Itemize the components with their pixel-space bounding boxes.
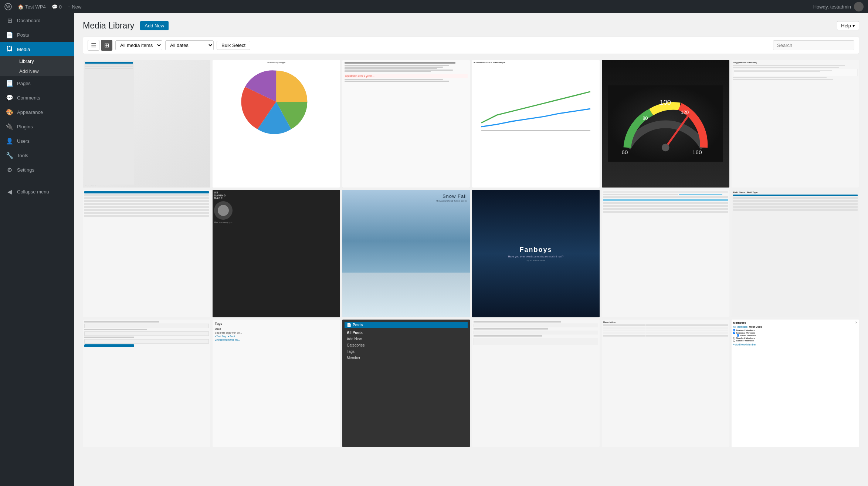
media-icon: 🖼	[6, 46, 13, 53]
sidebar: ⊞ Dashboard 📄 Posts 🖼 Media Library Add …	[0, 13, 74, 486]
svg-text:W: W	[6, 4, 10, 9]
svg-point-6	[662, 144, 669, 152]
media-item-posts-dropdown[interactable]: 📄 Posts All Posts Add New Categories Tag…	[342, 320, 470, 447]
svg-text:60: 60	[621, 149, 628, 155]
comments-link[interactable]: 💬 0	[52, 4, 62, 10]
sidebar-item-library[interactable]: Library	[13, 56, 74, 66]
media-item-snowfall[interactable]: Snow Fall The Avalanche at Tunnel Creek	[342, 190, 470, 317]
view-toggle: ☰ ⊞	[88, 40, 112, 51]
dropdown-tags[interactable]: Tags	[345, 348, 468, 355]
help-button[interactable]: Help ▾	[837, 21, 859, 30]
winter-members-checkbox[interactable]	[737, 334, 739, 337]
user-info: Howdy, testadmin	[813, 2, 864, 11]
snowfall-title: Snow Fall	[436, 193, 467, 199]
media-item-members[interactable]: Members ✕ All Members Most Used Featured…	[732, 320, 859, 447]
users-icon: 👤	[6, 138, 13, 145]
media-item-text-doc[interactable]: updated in over 2 years...	[342, 60, 470, 188]
media-item-graph[interactable]: al Transfer Size & Total Reque	[472, 60, 600, 188]
page-header: Media Library Add New Help ▾	[83, 21, 859, 31]
all-members-tab[interactable]: All Members	[733, 325, 747, 328]
settings-icon: ⚙	[6, 166, 13, 173]
sidebar-item-settings[interactable]: ⚙ Settings	[0, 163, 74, 177]
standard-members-checkbox[interactable]	[733, 337, 735, 339]
sidebar-item-add-new[interactable]: Add New	[13, 66, 74, 76]
pages-icon: 📃	[6, 80, 13, 87]
site-name[interactable]: 🏠 Test WP4	[18, 4, 46, 10]
media-item-speedometer[interactable]: 60 160 100 80 120	[602, 60, 729, 188]
dashboard-icon: ⊞	[6, 17, 13, 24]
dropdown-all-posts[interactable]: All Posts	[345, 330, 468, 336]
sidebar-item-plugins[interactable]: 🔌 Plugins	[0, 119, 74, 134]
appearance-icon: 🎨	[6, 109, 13, 116]
add-new-button[interactable]: Add New	[140, 21, 169, 30]
posts-dropdown-header: 📄 Posts	[345, 322, 468, 328]
tools-icon: 🔧	[6, 152, 13, 159]
media-submenu: Library Add New	[0, 56, 74, 76]
media-item-form2[interactable]	[472, 320, 600, 447]
plugins-icon: 🔌	[6, 123, 13, 130]
media-grid: Bulk WP Smush.it Runtime by Plugin	[83, 60, 859, 447]
posts-dropdown-overlay: 📄 Posts All Posts Add New Categories Tag…	[342, 320, 470, 447]
chevron-down-icon: ▾	[852, 23, 855, 28]
media-item-race[interactable]: USSAVINGRACE More from saving gra...	[213, 190, 340, 317]
dropdown-categories[interactable]: Categories	[345, 342, 468, 348]
collapse-icon: ◀	[6, 188, 13, 195]
featured-members-checkbox[interactable]	[733, 329, 735, 331]
dropdown-member[interactable]: Member	[345, 355, 468, 361]
media-item-desc[interactable]: Description	[602, 320, 729, 447]
sidebar-item-pages[interactable]: 📃 Pages	[0, 76, 74, 91]
sidebar-item-posts[interactable]: 📄 Posts	[0, 28, 74, 42]
posts-icon: 📄	[6, 31, 13, 38]
media-item-fanboys[interactable]: Fanboys Have you ever loved something so…	[472, 190, 600, 317]
list-view-button[interactable]: ☰	[88, 40, 99, 51]
dropdown-add-new[interactable]: Add New	[345, 336, 468, 342]
admin-bar: W 🏠 Test WP4 💬 0 + New Howdy, testadmin	[0, 0, 868, 13]
media-item-table3[interactable]: Field Name Field Type	[732, 190, 859, 317]
members-widget: Members ✕ All Members Most Used Featured…	[732, 320, 859, 447]
summer-members-checkbox[interactable]	[733, 340, 735, 342]
main-content: Media Library Add New Help ▾ ☰ ⊞ All med…	[74, 13, 868, 486]
fanboys-title: Fanboys	[519, 246, 552, 254]
svg-text:80: 80	[642, 115, 648, 121]
media-item-tags[interactable]: Tags Used Separate tags with co... • Tes…	[213, 320, 340, 447]
svg-text:100: 100	[660, 99, 671, 106]
sidebar-item-appearance[interactable]: 🎨 Appearance	[0, 105, 74, 119]
svg-text:120: 120	[681, 110, 689, 115]
search-input[interactable]	[773, 40, 854, 50]
media-item-form1[interactable]	[83, 320, 210, 447]
date-filter[interactable]: All dates January 2024 December 2023	[165, 40, 214, 50]
media-item-suggestions[interactable]: Suggestions Summary	[732, 60, 859, 188]
most-used-tab[interactable]: Most Used	[749, 325, 762, 328]
avatar[interactable]	[854, 2, 864, 11]
grid-view-button[interactable]: ⊞	[101, 40, 112, 51]
media-item-table1[interactable]	[83, 190, 210, 317]
wp-logo[interactable]: W	[4, 3, 12, 10]
seasonal-members-checkbox[interactable]	[733, 332, 735, 334]
snowfall-subtitle: The Avalanche at Tunnel Creek	[436, 200, 467, 202]
media-type-filter[interactable]: All media items Images Audio Video Docum…	[115, 40, 162, 50]
bulk-select-button[interactable]: Bulk Select	[217, 41, 250, 50]
svg-text:160: 160	[692, 149, 702, 155]
sidebar-item-media[interactable]: 🖼 Media	[0, 42, 74, 56]
comments-icon: 💬	[6, 94, 13, 101]
sidebar-item-comments[interactable]: 💬 Comments	[0, 91, 74, 105]
add-member-link[interactable]: + Add New Member	[733, 343, 858, 346]
page-title: Media Library	[83, 21, 134, 31]
fanboys-subtitle: Have you ever loved something so much it…	[508, 255, 564, 258]
sidebar-item-users[interactable]: 👤 Users	[0, 134, 74, 148]
media-item-table2[interactable]	[602, 190, 729, 317]
sidebar-collapse[interactable]: ◀ Collapse menu	[0, 185, 74, 199]
toolbar: ☰ ⊞ All media items Images Audio Video D…	[83, 37, 859, 54]
sidebar-item-tools[interactable]: 🔧 Tools	[0, 148, 74, 163]
media-item-wp-smush[interactable]: Bulk WP Smush.it	[83, 60, 210, 188]
sidebar-item-dashboard[interactable]: ⊞ Dashboard	[0, 13, 74, 28]
media-item-chart[interactable]: Runtime by Plugin	[213, 60, 340, 188]
new-content-button[interactable]: + New	[68, 4, 82, 10]
